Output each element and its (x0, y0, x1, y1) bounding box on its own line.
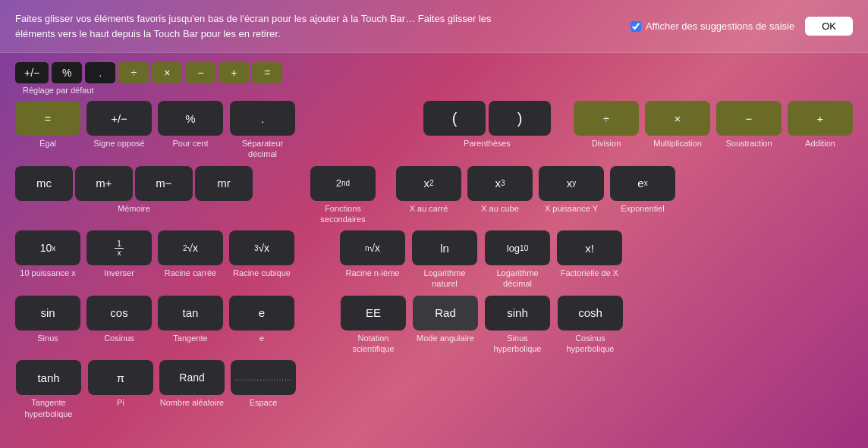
touchbar-btn-equals[interactable]: = (252, 62, 282, 83)
suggestions-label: Afficher des suggestions de saisie (646, 20, 794, 32)
item-sinh: sinh Sinus hyperbolique (484, 296, 551, 355)
btn-signe-oppose[interactable]: +/− (86, 101, 152, 136)
label-ln: Logarithme naturel (411, 268, 478, 290)
btn-2nd[interactable]: 2nd (310, 166, 376, 201)
touchbar-btn-toggle[interactable]: +/− (15, 62, 49, 83)
ok-button[interactable]: OK (805, 17, 853, 36)
top-bar: Faites glisser vos éléments favoris jusq… (0, 0, 868, 53)
btn-mminus[interactable]: m− (135, 166, 193, 201)
label-2nd: Fonctions secondaires (310, 203, 376, 225)
label-memoire: Mémoire (118, 203, 150, 214)
label-x-cube: X au cube (481, 203, 519, 214)
btn-open-paren[interactable]: ( (423, 101, 486, 136)
touchbar-btn-multiply[interactable]: × (152, 62, 182, 83)
item-sep-decimal: . Séparateur décimal (229, 101, 296, 160)
btn-sep-decimal[interactable]: . (230, 101, 295, 136)
item-addition: + Addition (788, 101, 853, 149)
btn-mplus[interactable]: m+ (75, 166, 133, 201)
item-inverser: 1 x Inverser (86, 230, 152, 278)
label-division: Division (592, 138, 621, 149)
label-parentheses: Parenthèses (464, 138, 511, 149)
btn-exponentiel[interactable]: ex (610, 166, 675, 201)
btn-ln[interactable]: ln (412, 230, 477, 265)
label-cos: Cosinus (104, 333, 134, 343)
item-x-puissance-y: xy X puissance Y (539, 166, 604, 214)
touchbar-btn-percent[interactable]: % (52, 62, 82, 83)
label-racine-cubique: Racine cubique (233, 268, 291, 278)
item-rad: Rad Mode angulaire (413, 296, 478, 343)
suggestions-checkbox-label[interactable]: Afficher des suggestions de saisie (631, 20, 794, 32)
btn-division[interactable]: ÷ (574, 101, 639, 136)
label-x-puissance-y: X puissance Y (545, 203, 598, 214)
label-addition: Addition (805, 138, 835, 149)
btn-pi[interactable]: π (88, 360, 153, 395)
btn-cosh[interactable]: cosh (558, 296, 623, 331)
btn-mc[interactable]: mc (15, 166, 73, 201)
btn-egal[interactable]: = (15, 101, 80, 136)
label-espace: Espace (250, 397, 278, 408)
label-log10: Logarithme décimal (484, 268, 551, 290)
btn-tanh[interactable]: tanh (16, 360, 81, 395)
item-pour-cent: % Pour cent (158, 101, 223, 149)
btn-factorielle[interactable]: x! (557, 230, 622, 265)
label-tanh: Tangente hyperbolique (15, 397, 82, 419)
top-bar-controls: Afficher des suggestions de saisie OK (631, 17, 853, 36)
item-x-cube: x3 X au cube (467, 166, 533, 214)
btn-racine-cubique[interactable]: 3√x (229, 230, 294, 265)
item-10x: 10x 10 puissance x (15, 230, 80, 278)
btn-10x[interactable]: 10x (15, 230, 80, 265)
item-tan: tan Tangente (158, 296, 223, 343)
label-ee: Notation scientifique (340, 333, 407, 355)
item-rand: Rand Nombre aléatoire (159, 360, 225, 408)
item-exponentiel: ex Exponentiel (610, 166, 675, 214)
item-cos: cos Cosinus (86, 296, 152, 343)
btn-racine-nieme[interactable]: n√x (340, 230, 405, 265)
label-x-carre: X au carré (410, 203, 448, 214)
btn-x-carre[interactable]: x2 (396, 166, 461, 201)
btn-addition[interactable]: + (788, 101, 853, 136)
label-sep-decimal: Séparateur décimal (229, 138, 296, 160)
touchbar-default: +/− % . ÷ × − + = Réglage par défaut (15, 62, 282, 95)
touchbar-buttons-row: +/− % . ÷ × − + = (15, 62, 282, 83)
label-inverser: Inverser (104, 268, 134, 278)
btn-ee[interactable]: EE (341, 296, 406, 331)
touchbar-btn-plus[interactable]: + (219, 62, 249, 83)
item-e: e e (229, 296, 294, 343)
btn-pour-cent[interactable]: % (158, 101, 223, 136)
btn-inverser[interactable]: 1 x (86, 230, 152, 265)
label-sin: Sinus (37, 333, 58, 343)
btn-log10[interactable]: log10 (485, 230, 550, 265)
label-sinh: Sinus hyperbolique (484, 333, 551, 355)
touchbar-section: +/− % . ÷ × − + = Réglage par défaut (15, 62, 853, 95)
item-factorielle: x! Factorielle de X (557, 230, 622, 278)
btn-close-paren[interactable]: ) (489, 101, 551, 136)
item-ln: ln Logarithme naturel (411, 230, 478, 290)
btn-multiplication[interactable]: × (645, 101, 710, 136)
suggestions-checkbox[interactable] (631, 21, 641, 32)
touchbar-label: Réglage par défaut (23, 86, 282, 95)
btn-e[interactable]: e (229, 296, 294, 331)
btn-cos[interactable]: cos (86, 296, 152, 331)
btn-x-cube[interactable]: x3 (467, 166, 533, 201)
item-2nd: 2nd Fonctions secondaires (310, 166, 376, 225)
btn-racine-carree[interactable]: 2√x (158, 230, 223, 265)
btn-espace[interactable]: ………………… (231, 360, 296, 395)
touchbar-btn-divide[interactable]: ÷ (118, 62, 149, 83)
item-espace: ………………… Espace (231, 360, 296, 408)
label-soustraction: Soustraction (725, 138, 772, 149)
item-signe-oppose: +/− Signe opposé (86, 101, 152, 149)
btn-soustraction[interactable]: − (716, 101, 782, 136)
btn-x-puissance-y[interactable]: xy (539, 166, 604, 201)
item-cosh: cosh Cosinus hyperbolique (557, 296, 624, 355)
label-e: e (259, 333, 264, 343)
btn-mr[interactable]: mr (195, 166, 253, 201)
label-rand: Nombre aléatoire (160, 397, 224, 408)
btn-sinh[interactable]: sinh (485, 296, 550, 331)
btn-rad[interactable]: Rad (413, 296, 478, 331)
item-x-carre: x2 X au carré (396, 166, 461, 214)
btn-rand[interactable]: Rand (159, 360, 225, 395)
btn-tan[interactable]: tan (158, 296, 223, 331)
touchbar-btn-minus[interactable]: − (185, 62, 215, 83)
touchbar-btn-dot[interactable]: . (85, 62, 115, 83)
btn-sin[interactable]: sin (15, 296, 80, 331)
